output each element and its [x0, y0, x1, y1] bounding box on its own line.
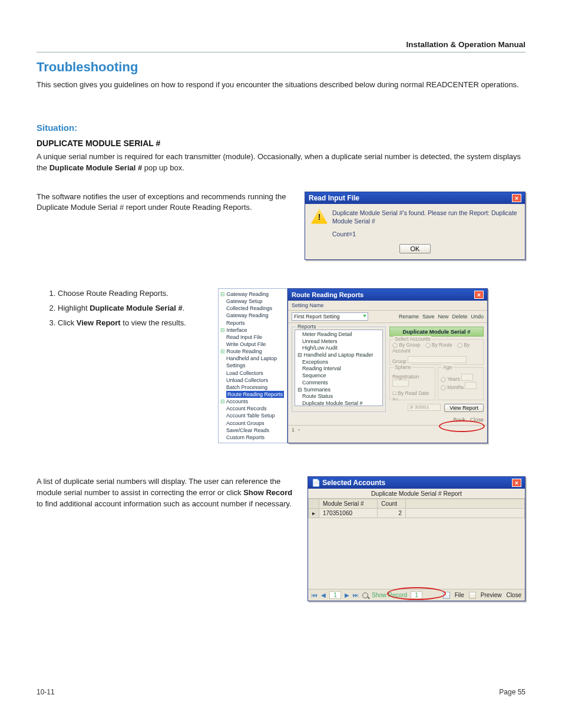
notify-text: The software notifies the user of except…: [37, 192, 294, 214]
step-3: Click View Report to view the results.: [58, 318, 207, 329]
list-item[interactable]: Summaries: [304, 387, 331, 393]
step2-a: Highlight: [58, 304, 90, 312]
route-reading-figure: ⊟ Gateway Reading Gateway Setup Collecte…: [218, 288, 488, 443]
read-input-file-dialog: Read Input File × Duplicate Module Seria…: [305, 192, 525, 261]
nav-next-icon[interactable]: ▶: [345, 592, 349, 598]
registration-dropdown: [392, 380, 409, 387]
row-cursor-icon: ▸: [309, 509, 319, 518]
setting-name-dropdown[interactable]: First Report Setting: [292, 312, 368, 321]
ok-button[interactable]: OK: [399, 244, 431, 253]
preview-button[interactable]: Preview: [481, 592, 502, 598]
registration-label: Registration: [392, 374, 419, 380]
close-icon[interactable]: ×: [474, 291, 484, 299]
nav-tree[interactable]: ⊟ Gateway Reading Gateway Setup Collecte…: [218, 288, 287, 443]
step-1: Choose Route Reading Reports.: [58, 288, 207, 299]
tree-batch[interactable]: Batch Processing: [220, 384, 285, 391]
tree-interface[interactable]: Interface: [227, 327, 247, 333]
book-button[interactable]: Book: [453, 417, 465, 423]
close-button[interactable]: Close: [470, 417, 484, 423]
tree-route-reading[interactable]: Route Reading: [227, 348, 262, 354]
p3-bold: Show Record: [243, 488, 292, 497]
col-blank: [406, 499, 525, 509]
step2-bold: Duplicate Module Serial #: [90, 304, 183, 312]
nav-prev-icon[interactable]: ◀: [321, 592, 326, 598]
tree-write-output[interactable]: Write Output File: [220, 341, 285, 348]
sa-table: Module Serial # Count ▸ 170351060 2: [308, 499, 525, 518]
col-count[interactable]: Count: [378, 499, 406, 509]
delete-button[interactable]: Delete: [452, 314, 467, 319]
list-item[interactable]: Duplicate Module Serial #: [297, 400, 381, 406]
sa-title: Selected Accounts: [322, 479, 385, 487]
pager-icon: ▫: [298, 427, 300, 433]
page-number: 1: [329, 591, 341, 599]
close-icon[interactable]: ×: [512, 479, 521, 487]
dialog1-title: Read Input File: [309, 194, 359, 202]
tree-save-clear[interactable]: Save/Clear Reads: [220, 427, 285, 434]
save-button[interactable]: Save: [422, 314, 435, 319]
reports-list[interactable]: Meter Reading Detail Unread Meters High/…: [295, 330, 383, 406]
header-rule: [37, 52, 525, 52]
undo-button[interactable]: Undo: [471, 314, 484, 319]
list-item[interactable]: Exceptions: [297, 359, 381, 366]
sphere-group: Sphere Registration By Read Date >=: [389, 367, 435, 400]
show-record-button[interactable]: Show Record: [372, 592, 407, 598]
p3-b: to find additional account information s…: [37, 499, 292, 508]
cell-serial[interactable]: 170351060: [319, 509, 378, 518]
select-accounts-group: Select Accounts By Group By Route By Acc…: [389, 339, 484, 365]
tree-gateway-reading[interactable]: Gateway Reading: [227, 291, 269, 297]
list-item[interactable]: Handheld and Laptop Reader: [304, 352, 373, 358]
intro-text: This section gives you guidelines on how…: [37, 80, 525, 91]
route-reading-reports-window: Route Reading Reports × Setting Name Fir…: [287, 288, 488, 443]
tree-handheld[interactable]: Handheld and Laptop Settings: [220, 355, 285, 369]
list-item[interactable]: High/Low Audit: [297, 345, 381, 352]
tree-gateway-reports[interactable]: Gateway Reading Reports: [220, 312, 285, 326]
list-item[interactable]: Route Status: [297, 393, 381, 400]
list-item[interactable]: Unread Meters: [297, 338, 381, 345]
duplicate-list-paragraph: A list of duplicate serial numbers will …: [37, 476, 297, 510]
dialog1-titlebar: Read Input File ×: [305, 192, 525, 204]
search-icon[interactable]: [362, 592, 368, 598]
steps-list: Choose Route Reading Reports. Highlight …: [41, 288, 207, 329]
step3-a: Click: [58, 318, 77, 327]
file-button[interactable]: File: [455, 592, 464, 598]
age-group: Age Years Months: [438, 367, 484, 400]
col-module-serial[interactable]: Module Serial #: [319, 499, 378, 509]
duplicate-heading: DUPLICATE MODULE SERIAL #: [37, 139, 525, 148]
list-item[interactable]: Sequence: [297, 373, 381, 380]
tree-route-reading-reports[interactable]: Route Reading Reports: [226, 391, 284, 398]
row-cursor-header: [309, 499, 319, 509]
list-item[interactable]: Meter Reading Detail: [297, 331, 381, 338]
close-button[interactable]: Close: [506, 592, 521, 598]
cell-count: 2: [378, 509, 406, 518]
close-icon[interactable]: ×: [512, 194, 521, 202]
tree-collected-readings[interactable]: Collected Readings: [220, 305, 285, 312]
sa-footer: ⏮ ◀ 1 ▶ ⏭ Show Record 1 File Preview Clo…: [308, 589, 525, 601]
tree-account-groups[interactable]: Account Groups: [220, 420, 285, 427]
tree-accounts[interactable]: Accounts: [226, 398, 248, 404]
new-button[interactable]: New: [438, 314, 448, 319]
nav-first-icon[interactable]: ⏮: [312, 592, 318, 598]
rename-button[interactable]: Rename: [399, 314, 419, 319]
list-item[interactable]: Comments: [297, 380, 381, 387]
duplicate-paragraph: A unique serial number is required for e…: [37, 151, 525, 174]
tree-account-table[interactable]: Account Table Setup: [220, 412, 285, 419]
tree-read-input[interactable]: Read Input File: [220, 334, 285, 341]
step3-c: to view the results.: [121, 318, 186, 327]
tree-custom-reports[interactable]: Custom Reports: [220, 434, 285, 441]
months-radio: Months: [441, 384, 464, 390]
sphere-label: Sphere: [394, 364, 412, 370]
view-report-button[interactable]: View Report: [444, 404, 484, 412]
nav-last-icon[interactable]: ⏭: [353, 592, 359, 598]
tree-unload-collectors[interactable]: Unload Collectors: [220, 377, 285, 384]
list-item[interactable]: Reading Interval: [297, 365, 381, 373]
warning-icon: [311, 209, 328, 224]
date-field: 3/ 3/2011: [408, 404, 441, 411]
pager-number: 1: [292, 427, 295, 433]
footer-page: Page 55: [499, 688, 525, 696]
tree-account-records[interactable]: Account Records: [220, 405, 285, 412]
sa-empty-area: [308, 518, 525, 589]
tree-gateway-setup[interactable]: Gateway Setup: [220, 298, 285, 305]
config-panel: Duplicate Module Serial # Select Account…: [389, 327, 484, 412]
dialog1-count: Count=1: [332, 230, 519, 238]
tree-load-collectors[interactable]: Load Collectors: [220, 370, 285, 377]
